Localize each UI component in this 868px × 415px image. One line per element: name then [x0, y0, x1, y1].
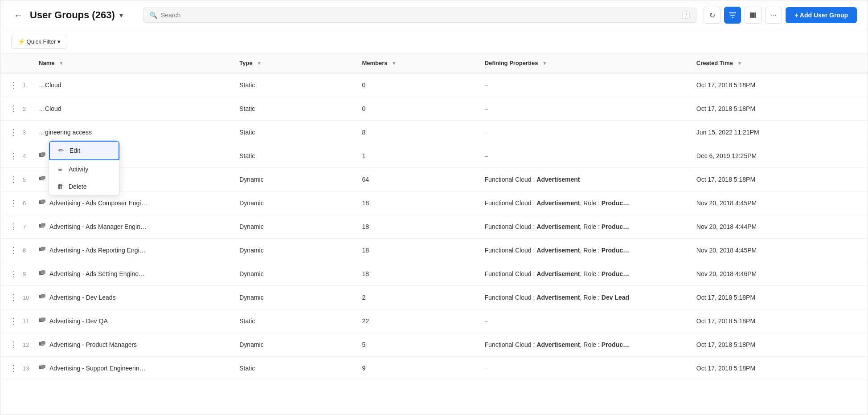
row-members-cell: 18 — [355, 191, 477, 215]
row-menu-button[interactable]: ⋮ — [8, 362, 19, 374]
row-members-cell: 9 — [355, 357, 477, 380]
row-menu-button[interactable]: ⋮ — [8, 79, 19, 91]
row-num-label: 2 — [23, 106, 26, 112]
row-name-cell: …Cloud — [32, 97, 232, 121]
defining-sort-icon: ▼ — [542, 61, 547, 66]
row-menu-button[interactable]: ⋮ — [8, 103, 19, 114]
context-menu-item-delete[interactable]: 🗑Delete — [49, 178, 119, 195]
row-menu-button[interactable]: ⋮ — [8, 197, 19, 209]
group-icon — [39, 151, 46, 160]
table-row: ⋮1…CloudStatic0–Oct 17, 2018 5:18PM — [0, 73, 868, 97]
add-user-group-button[interactable]: + Add User Group — [786, 7, 857, 23]
name-cell-content: Advertising - Ads Composer Engi… — [39, 199, 225, 208]
row-type-cell: Static — [232, 357, 355, 380]
row-type-cell: Dynamic — [232, 215, 355, 239]
row-type-cell: Static — [232, 97, 355, 121]
search-input[interactable] — [161, 12, 679, 19]
dash-value: – — [485, 105, 488, 112]
row-created-cell: Nov 20, 2018 4:46PM — [689, 262, 868, 286]
col-header-created[interactable]: Created Time ▼ — [689, 53, 868, 73]
row-menu-button[interactable]: ⋮ — [8, 268, 19, 280]
row-num-label: 5 — [23, 176, 26, 183]
filter-icon — [729, 11, 737, 19]
row-num-label: 10 — [23, 294, 29, 301]
dash-value: – — [485, 152, 488, 159]
name-cell-content: …Cloud — [39, 105, 225, 112]
members-sort-icon: ▼ — [392, 61, 397, 66]
refresh-button[interactable]: ↻ — [704, 7, 721, 24]
back-button[interactable]: ← — [11, 9, 25, 21]
row-type-cell: Dynamic — [232, 262, 355, 286]
context-menu: ✏Edit≡Activity🗑Delete — [49, 140, 120, 195]
dash-value: – — [485, 365, 488, 372]
columns-icon — [749, 11, 757, 19]
row-number-cell: ⋮12 — [0, 333, 32, 357]
row-created-cell: Jun 15, 2022 11:21PM — [689, 121, 868, 144]
row-number-cell: ⋮9 — [0, 262, 32, 286]
row-menu-button[interactable]: ⋮ — [8, 221, 19, 232]
name-cell-content: Advertising - Ads Manager Engin… — [39, 222, 225, 231]
row-created-cell: Nov 20, 2018 4:45PM — [689, 239, 868, 262]
edit-label: Edit — [70, 147, 80, 154]
table-row: ⋮5AdvertisingDynamic64Functional Cloud :… — [0, 168, 868, 191]
row-actions: ⋮4 — [8, 150, 25, 162]
more-options-button[interactable]: ··· — [765, 7, 782, 24]
columns-button[interactable] — [745, 7, 762, 24]
name-sort-icon: ▼ — [59, 61, 64, 66]
col-header-name[interactable]: Name ▼ — [32, 53, 232, 73]
row-actions: ⋮2 — [8, 103, 25, 114]
type-sort-icon: ▼ — [257, 61, 262, 66]
row-actions: ⋮12 — [8, 339, 25, 350]
row-actions: ⋮1 — [8, 79, 25, 91]
row-menu-button[interactable]: ⋮ — [8, 150, 19, 162]
row-created-cell: Oct 17, 2018 5:18PM — [689, 97, 868, 121]
row-num-label: 4 — [23, 153, 26, 159]
col-header-members[interactable]: Members ▼ — [355, 53, 477, 73]
row-members-cell: 18 — [355, 215, 477, 239]
row-menu-button[interactable]: ⋮ — [8, 244, 19, 256]
group-icon — [39, 340, 46, 349]
group-icon — [39, 269, 46, 278]
row-defining-cell: – — [478, 97, 689, 121]
table-body: ⋮1…CloudStatic0–Oct 17, 2018 5:18PM⋮2…Cl… — [0, 73, 868, 380]
context-menu-item-edit[interactable]: ✏Edit — [49, 141, 119, 160]
filter-button[interactable] — [724, 7, 741, 24]
app-container: ← User Groups (263) ▾ 🔍 / ↻ — [0, 0, 868, 415]
search-shortcut: / — [682, 12, 690, 19]
row-defining-cell: – — [478, 73, 689, 97]
svg-rect-6 — [41, 176, 45, 179]
row-name-cell: Advertising - Product Managers — [32, 333, 232, 357]
row-type-cell: Static — [232, 309, 355, 333]
row-name-cell: Advertising - Ads Manager Engin… — [32, 215, 232, 239]
name-cell-content: …Cloud — [39, 81, 225, 89]
row-menu-button[interactable]: ⋮ — [8, 126, 19, 138]
name-cell-content: …gineering access — [39, 129, 225, 136]
col-header-type[interactable]: Type ▼ — [232, 53, 355, 73]
quick-filter-button[interactable]: ⚡ Quick Filter ▾ — [11, 35, 67, 49]
edit-icon: ✏ — [57, 146, 65, 155]
svg-rect-1 — [752, 12, 754, 18]
row-menu-button[interactable]: ⋮ — [8, 339, 19, 350]
activity-label: Activity — [69, 166, 88, 173]
row-created-cell: Oct 17, 2018 5:18PM — [689, 309, 868, 333]
col-header-num — [0, 53, 32, 73]
svg-rect-12 — [41, 247, 45, 250]
row-menu-button[interactable]: ⋮ — [8, 315, 19, 327]
row-number-cell: ⋮4 — [0, 144, 32, 168]
name-label: Advertising - Dev Leads — [49, 294, 116, 301]
row-type-cell: Dynamic — [232, 168, 355, 191]
context-menu-item-activity[interactable]: ≡Activity — [49, 160, 119, 178]
row-created-cell: Oct 17, 2018 5:18PM — [689, 168, 868, 191]
row-members-cell: 0 — [355, 73, 477, 97]
table-row: ⋮8Advertising - Ads Reporting Engi…Dynam… — [0, 239, 868, 262]
col-header-defining[interactable]: Defining Properties ▼ — [478, 53, 689, 73]
row-menu-button[interactable]: ⋮ — [8, 174, 19, 185]
row-actions: ⋮6 — [8, 197, 25, 209]
title-chevron-button[interactable]: ▾ — [119, 11, 123, 20]
row-menu-button[interactable]: ⋮ — [8, 292, 19, 303]
header: ← User Groups (263) ▾ 🔍 / ↻ — [0, 0, 868, 30]
name-label: …gineering access — [39, 129, 92, 136]
dash-value: – — [485, 81, 488, 89]
row-name-cell: Advertising - Ads Setting Engine… — [32, 262, 232, 286]
name-label: Advertising - Dev QA — [49, 317, 108, 325]
